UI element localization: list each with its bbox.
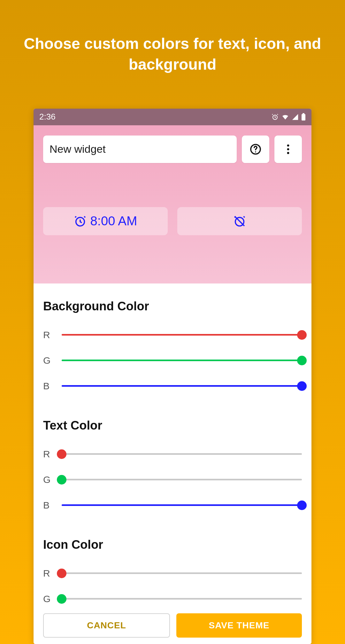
slider-row: G	[43, 586, 302, 608]
slider-label: R	[43, 330, 51, 340]
phone-frame: 2:36 New widget 8:00 AM	[34, 109, 311, 644]
slider-label: R	[43, 568, 51, 579]
slider-fill	[62, 360, 302, 361]
color-slider[interactable]	[62, 381, 302, 391]
color-slider[interactable]	[62, 475, 302, 485]
color-slider[interactable]	[62, 449, 302, 459]
slider-row: G	[43, 467, 302, 493]
top-controls: New widget	[43, 136, 302, 163]
section-title: Text Color	[43, 419, 302, 432]
slider-label: B	[43, 381, 51, 392]
svg-rect-2	[303, 113, 304, 114]
slider-thumb[interactable]	[57, 475, 66, 485]
svg-point-4	[255, 151, 256, 152]
svg-point-7	[287, 152, 289, 154]
slider-thumb[interactable]	[297, 330, 307, 340]
more-vertical-icon	[282, 143, 295, 156]
color-section: Text ColorRGB	[43, 419, 302, 518]
alarm-icon	[271, 113, 279, 121]
slider-row: R	[43, 322, 302, 348]
slider-thumb[interactable]	[297, 381, 307, 391]
color-section: Background ColorRGB	[43, 299, 302, 399]
preview-alarm-time: 8:00 AM	[90, 214, 137, 228]
slider-fill	[62, 385, 302, 387]
save-theme-button[interactable]: SAVE THEME	[176, 613, 302, 638]
slider-row: G	[43, 348, 302, 373]
widget-name-value: New widget	[50, 143, 106, 155]
slider-track	[62, 598, 302, 600]
widget-name-input[interactable]: New widget	[43, 136, 237, 163]
section-title: Icon Color	[43, 538, 302, 552]
footer-actions: CANCEL SAVE THEME	[34, 608, 311, 644]
svg-point-5	[287, 144, 289, 147]
promo-title: Choose custom colors for text, icon, and…	[0, 34, 345, 75]
alarm-off-icon	[233, 215, 246, 228]
slider-track	[62, 572, 302, 574]
slider-label: G	[43, 594, 51, 604]
color-section: Icon ColorRGB	[43, 538, 302, 608]
help-icon	[249, 143, 262, 156]
color-slider[interactable]	[62, 569, 302, 578]
slider-label: G	[43, 474, 51, 485]
slider-thumb[interactable]	[297, 500, 307, 510]
slider-row: B	[43, 373, 302, 399]
slider-label: B	[43, 500, 51, 511]
help-button[interactable]	[242, 136, 269, 163]
preview-alarm-enabled[interactable]: 8:00 AM	[43, 207, 168, 235]
color-slider[interactable]	[62, 330, 302, 340]
slider-row: R	[43, 441, 302, 467]
color-slider[interactable]	[62, 356, 302, 365]
cancel-button[interactable]: CANCEL	[43, 613, 170, 638]
status-time: 2:36	[39, 112, 56, 122]
alarm-icon	[74, 215, 87, 228]
slider-label: R	[43, 449, 51, 460]
section-title: Background Color	[43, 299, 302, 313]
slider-thumb[interactable]	[57, 594, 66, 604]
slider-thumb[interactable]	[57, 449, 66, 459]
battery-icon	[301, 113, 306, 121]
widget-preview-row: 8:00 AM	[43, 207, 302, 235]
status-bar: 2:36	[34, 109, 311, 125]
color-slider[interactable]	[62, 500, 302, 510]
overflow-button[interactable]	[274, 136, 302, 163]
slider-track	[62, 453, 302, 455]
slider-fill	[62, 504, 302, 506]
slider-thumb[interactable]	[57, 569, 66, 578]
slider-row: R	[43, 561, 302, 586]
settings-panel: Background ColorRGBText ColorRGBIcon Col…	[34, 283, 311, 608]
color-slider[interactable]	[62, 594, 302, 604]
slider-thumb[interactable]	[297, 356, 307, 365]
slider-label: G	[43, 355, 51, 366]
slider-row: B	[43, 493, 302, 518]
svg-point-6	[287, 148, 289, 150]
svg-rect-1	[302, 114, 305, 120]
slider-fill	[62, 334, 302, 336]
preview-alarm-disabled[interactable]	[177, 207, 302, 235]
status-icons	[271, 113, 306, 121]
signal-icon	[292, 113, 299, 120]
slider-track	[62, 479, 302, 480]
preview-area: New widget 8:00 AM	[34, 125, 311, 283]
wifi-icon	[281, 113, 289, 121]
